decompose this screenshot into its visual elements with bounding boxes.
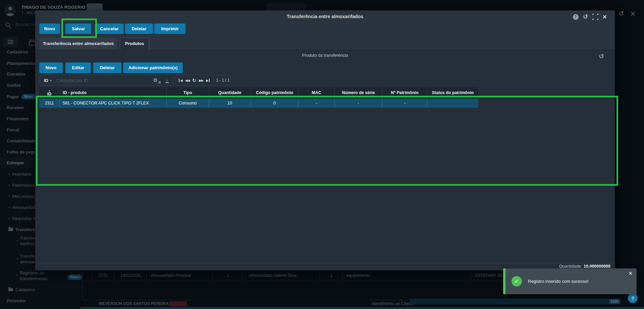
header-id-produto[interactable]: ID - produto (60, 87, 167, 98)
history-icon[interactable]: ↺ (599, 52, 604, 60)
cell-id-produto: 581 - CONECTOR APC CLICK TIPO T 2FLEX (60, 98, 167, 108)
table-header-row: ▲ ID ID - produto Tipo Quantidade Código… (39, 87, 478, 98)
cell-codigo-patrimonio: 0 (251, 98, 299, 108)
salvar-button[interactable]: Salvar (65, 24, 91, 34)
prev-page-icon[interactable]: ◀◀ (185, 79, 190, 82)
consultar-searchbar: ID ▾ ⚙ ⚙ ↓ (39, 75, 174, 86)
check-icon: ✓ (512, 276, 522, 286)
history-icon[interactable]: ↺ (583, 14, 588, 20)
modal-title: Transferência entre almoxarifados (35, 14, 615, 19)
produto-novo-button[interactable]: Novo (39, 62, 63, 73)
first-page-icon[interactable]: ◀ (179, 79, 182, 82)
success-toast: ✓ Registro inserido com sucesso! × (503, 268, 637, 294)
products-table: ▲ ID ID - produto Tipo Quantidade Código… (39, 87, 478, 108)
header-quantidade[interactable]: Quantidade (209, 87, 251, 98)
novo-button[interactable]: Novo (39, 24, 60, 34)
consultar-input[interactable] (56, 78, 153, 83)
header-codigo-patrimonio[interactable]: Código patrimônio (251, 87, 299, 98)
sort-asc-icon: ▲ (48, 89, 51, 92)
screen: THIAGO DE SOUZA ROGERIO 1 - BRISA Cadast… (0, 0, 644, 309)
header-n-patrimonio[interactable]: Nº Patrimônio (382, 87, 427, 98)
help-icon[interactable]: ? (573, 14, 579, 20)
close-icon[interactable]: × (603, 13, 607, 20)
fullscreen-icon[interactable] (592, 14, 598, 20)
cell-quantidade: 10 (209, 98, 251, 108)
cell-status-patrimonio (427, 98, 478, 108)
close-icon[interactable]: × (629, 270, 632, 277)
toast-accent-bar (503, 268, 505, 294)
produto-editar-button[interactable]: Editar (65, 62, 91, 73)
tab-transferencia[interactable]: Transferência entre almoxarifados (39, 38, 117, 50)
divider (35, 263, 615, 263)
download-icon[interactable]: ↓ (165, 78, 169, 83)
tab-produtos[interactable]: Produtos (120, 38, 149, 50)
deletar-button[interactable]: Deletar (125, 24, 153, 34)
adicionar-patrimonios-button[interactable]: Adicionar patrimônio(s) (123, 62, 183, 73)
produtos-panel: Produto da transferência ↺ Novo Editar D… (35, 50, 615, 270)
last-page-icon[interactable]: ▶ (206, 79, 210, 82)
page-range: 1 - 1 / 1 (216, 78, 230, 83)
transfer-modal: Transferência entre almoxarifados ? ↺ × … (35, 10, 615, 270)
divider (213, 78, 214, 83)
search-field-selector[interactable]: ID (44, 78, 48, 83)
header-status-patrimonio[interactable]: Status do patrimônio (427, 87, 478, 98)
imprimir-button[interactable]: Imprimir (154, 24, 185, 34)
cell-id: 2311 (39, 98, 60, 108)
next-page-icon[interactable]: ▶▶ (199, 79, 203, 82)
pagination: ◀ ◀◀ ↻ ▶▶ ▶ 1 - 1 / 1 (175, 75, 231, 86)
column-settings-icon[interactable]: ⚙ ⚙ (153, 77, 161, 83)
section-title: Produto da transferência (35, 53, 615, 58)
table-row-selected[interactable]: 2311 581 - CONECTOR APC CLICK TIPO T 2FL… (39, 98, 478, 108)
cell-numero-serie: - (335, 98, 382, 108)
cell-n-patrimonio: - (382, 98, 427, 108)
modal-window-controls: ? ↺ × (573, 13, 607, 20)
chevron-down-icon[interactable]: ▾ (50, 79, 52, 82)
cancelar-button[interactable]: Cancelar (95, 24, 124, 34)
produto-deletar-button[interactable]: Deletar (93, 62, 121, 73)
header-tipo[interactable]: Tipo (167, 87, 209, 98)
refresh-icon[interactable]: ↻ (192, 78, 196, 83)
toast-message: Registro inserido com sucesso! (528, 268, 589, 294)
cell-mac: - (299, 98, 335, 108)
help-fab-button[interactable]: ? (628, 293, 638, 303)
header-id[interactable]: ▲ ID (39, 87, 60, 98)
quantity-total: Quantidade:10.000000000 (559, 264, 610, 269)
cell-tipo: Consumo (167, 98, 209, 108)
header-mac[interactable]: MAC (299, 87, 335, 98)
header-numero-serie[interactable]: Número de série (335, 87, 382, 98)
